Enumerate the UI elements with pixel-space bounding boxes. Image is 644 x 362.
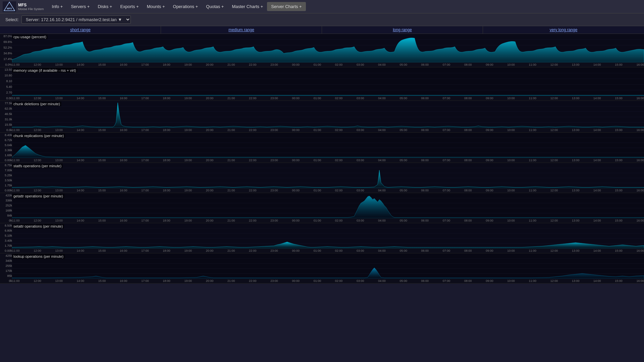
chart-chunk-deletions: 77.5k 62.0k 46.5k 31.0k 15.5k 0.0k chunk… [0, 101, 644, 133]
server-select[interactable]: Server: 172.16.10.2:9421 / mfsmaster2.te… [21, 15, 131, 24]
range-very-long[interactable]: very long range [483, 26, 644, 34]
svg-text:MFS: MFS [7, 7, 12, 10]
nav-exports[interactable]: Exports + [116, 2, 143, 11]
y-axis-chunk-del: 77.5k 62.0k 46.5k 31.0k 15.5k 0.0k [0, 101, 12, 132]
y-axis-cpu: 87.0% 69.6% 52.2% 34.8% 17.4% 0.0% [0, 34, 12, 67]
x-axis-statfs: 11:00 12:00 13:00 14:00 15:00 16:00 17:0… [12, 188, 644, 193]
nav-operations[interactable]: Operations + [169, 2, 202, 11]
chart-title-statfs: statfs operations (per minute) [12, 164, 63, 168]
y-axis-memory: 13.50 10.80 8.10 5.40 2.70 0.00 [0, 67, 12, 101]
chart-title-memory: memory usage (if available - rss + virt) [12, 68, 77, 73]
logo-text: MFS Moose File System [18, 3, 44, 11]
nav-server-charts[interactable]: Server Charts + [267, 2, 306, 11]
svg-rect-9 [12, 67, 644, 96]
chart-lookup-ops: 425k 340k 255k 170k 85k 0k lookup operat… [0, 253, 644, 284]
chart-title-cpu: cpu usage (percent) [12, 35, 48, 39]
y-axis-statfs: 8.75k 7.00k 5.25k 3.50k 1.75k 0.00k [0, 163, 12, 193]
chart-area-cpu [12, 34, 644, 62]
range-short[interactable]: short range [0, 26, 161, 34]
chart-memory-usage: 13.50 10.80 8.10 5.40 2.70 0.00 memory u… [0, 67, 644, 101]
chart-title-lookup: lookup operations (per minute) [12, 254, 65, 259]
logo-area: MFS MFS Moose File System [3, 1, 44, 12]
svg-rect-34 [12, 223, 644, 248]
x-axis-chunk-rep: 11:00 12:00 13:00 14:00 15:00 16:00 17:0… [12, 158, 644, 163]
x-axis-chunk-del: 11:00 12:00 13:00 14:00 15:00 16:00 17:0… [12, 128, 644, 132]
charts-container: short range medium range long range very… [0, 26, 644, 284]
chart-area-chunk-del [12, 101, 644, 128]
chart-area-memory [12, 67, 644, 96]
chart-title-getattr: getattr operations (per minute) [12, 194, 64, 198]
x-axis-memory: 11:00 12:00 13:00 14:00 15:00 16:00 17:0… [12, 96, 644, 101]
range-header: short range medium range long range very… [0, 26, 644, 34]
svg-rect-29 [12, 193, 644, 218]
chart-title-chunk-del: chunk deletions (per minute) [12, 102, 61, 106]
range-long[interactable]: long range [322, 26, 483, 34]
svg-rect-19 [12, 133, 644, 158]
x-axis-getattr: 11:00 12:00 13:00 14:00 15:00 16:00 17:0… [12, 218, 644, 223]
chart-area-statfs [12, 163, 644, 188]
x-axis-lookup: 11:00 12:00 13:00 14:00 15:00 16:00 17:0… [12, 279, 644, 283]
nav-disks[interactable]: Disks + [94, 2, 116, 11]
select-label: Select: [5, 17, 19, 22]
x-axis-setattr: 11:00 12:00 13:00 14:00 15:00 16:00 17:0… [12, 248, 644, 253]
range-medium[interactable]: medium range [161, 26, 322, 34]
nav-info[interactable]: Info + [48, 2, 67, 11]
svg-rect-24 [12, 163, 644, 188]
select-bar: Select: Server: 172.16.10.2:9421 / mfsma… [0, 13, 644, 26]
mfs-logo: MFS [3, 1, 16, 12]
y-axis-getattr: 420k 336k 252k 168k 84k 0k [0, 193, 12, 223]
svg-rect-39 [12, 253, 644, 279]
y-axis-lookup: 425k 340k 255k 170k 85k 0k [0, 253, 12, 283]
chart-cpu-usage: 87.0% 69.6% 52.2% 34.8% 17.4% 0.0% cpu u… [0, 34, 644, 67]
chart-chunk-replications: 8.40k 6.72k 5.04k 3.36k 1.68k 0.00k chun… [0, 133, 644, 163]
svg-rect-0 [3, 1, 16, 12]
chart-title-chunk-rep: chunk replications (per minute) [12, 133, 65, 138]
chart-area-setattr [12, 223, 644, 248]
nav-servers[interactable]: Servers + [67, 2, 94, 11]
nav-master-charts[interactable]: Master Charts + [228, 2, 267, 11]
chart-getattr-ops: 420k 336k 252k 168k 84k 0k getattr opera… [0, 193, 644, 223]
chart-area-getattr [12, 193, 644, 218]
y-axis-setattr: 8.50k 6.80k 5.10k 3.40k 1.70k 0.00k [0, 223, 12, 253]
chart-area-lookup [12, 253, 644, 279]
nav-mounts[interactable]: Mounts + [143, 2, 169, 11]
svg-rect-14 [12, 101, 644, 128]
x-axis-cpu: 11:00 12:00 13:00 14:00 15:00 16:00 17:0… [12, 62, 644, 67]
chart-title-setattr: setattr operations (per minute) [12, 224, 64, 229]
y-axis-chunk-rep: 8.40k 6.72k 5.04k 3.36k 1.68k 0.00k [0, 133, 12, 163]
navbar: MFS MFS Moose File System Info + Servers… [0, 0, 644, 13]
chart-area-chunk-rep [12, 133, 644, 158]
chart-setattr-ops: 8.50k 6.80k 5.10k 3.40k 1.70k 0.00k seta… [0, 223, 644, 253]
nav-quotas[interactable]: Quotas + [202, 2, 228, 11]
chart-statfs-ops: 8.75k 7.00k 5.25k 3.50k 1.75k 0.00k stat… [0, 163, 644, 193]
